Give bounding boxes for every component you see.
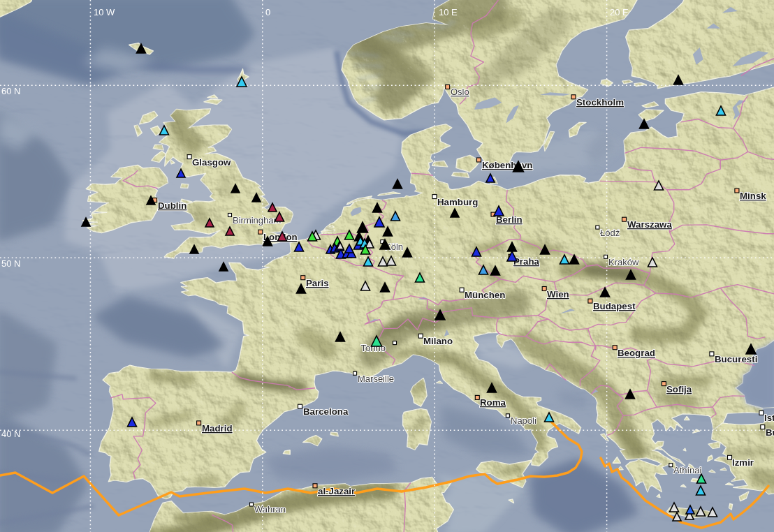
svg-text:Bursa: Bursa (766, 427, 774, 438)
svg-text:Athínai: Athínai (673, 465, 702, 475)
svg-text:Warszawa: Warszawa (627, 219, 672, 230)
svg-text:Wien: Wien (547, 289, 569, 300)
svg-text:Stockholm: Stockholm (576, 97, 624, 108)
svg-text:Wahran: Wahran (254, 504, 286, 515)
svg-text:Hamburg: Hamburg (437, 197, 478, 207)
svg-text:Bucuresti: Bucuresti (715, 354, 757, 364)
svg-text:Izmir: Izmir (732, 457, 754, 468)
svg-text:Madrid: Madrid (202, 423, 233, 434)
svg-text:Barcelona: Barcelona (303, 406, 349, 417)
svg-text:Minsk: Minsk (740, 191, 766, 201)
svg-text:Napoli: Napoli (511, 415, 536, 426)
svg-text:60 N: 60 N (1, 86, 20, 96)
svg-text:München: München (465, 290, 505, 300)
svg-text:Istanbul: Istanbul (764, 413, 774, 423)
svg-text:Paris: Paris (306, 278, 329, 288)
svg-text:Milano: Milano (423, 336, 453, 346)
svg-text:Sofija: Sofija (666, 384, 692, 394)
svg-text:0: 0 (265, 7, 270, 17)
svg-text:Beograd: Beograd (618, 348, 655, 358)
svg-text:10 E: 10 E (439, 7, 458, 17)
svg-text:10 W: 10 W (94, 7, 115, 17)
svg-text:Birmingham: Birmingham (233, 215, 281, 226)
svg-text:Budapest: Budapest (593, 301, 636, 311)
svg-text:Marseille: Marseille (358, 374, 394, 384)
svg-text:Kraków: Kraków (608, 257, 639, 267)
svg-text:København: København (482, 160, 532, 170)
svg-text:Łódź: Łódź (600, 228, 620, 238)
svg-text:40 N: 40 N (1, 429, 20, 439)
svg-text:Dublin: Dublin (158, 200, 187, 211)
svg-text:al-Jazair: al-Jazair (318, 486, 355, 496)
svg-text:Glasgow: Glasgow (192, 157, 231, 168)
svg-text:Roma: Roma (480, 397, 506, 408)
svg-text:20 E: 20 E (610, 7, 629, 17)
svg-text:50 N: 50 N (1, 258, 20, 269)
svg-text:Oslo: Oslo (451, 87, 469, 97)
